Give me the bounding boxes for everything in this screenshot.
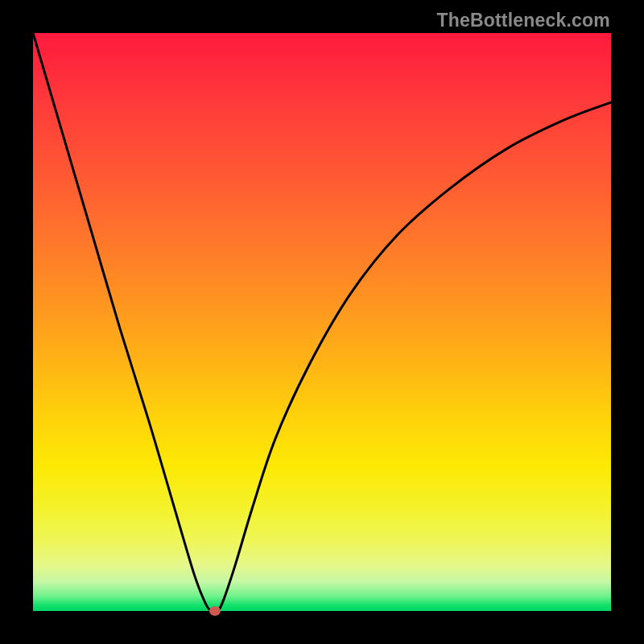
watermark-text: TheBottleneck.com — [436, 10, 610, 31]
plot-area — [33, 33, 611, 611]
chart-frame: TheBottleneck.com — [0, 0, 644, 644]
optimum-marker — [209, 606, 221, 616]
bottleneck-curve — [33, 33, 611, 611]
